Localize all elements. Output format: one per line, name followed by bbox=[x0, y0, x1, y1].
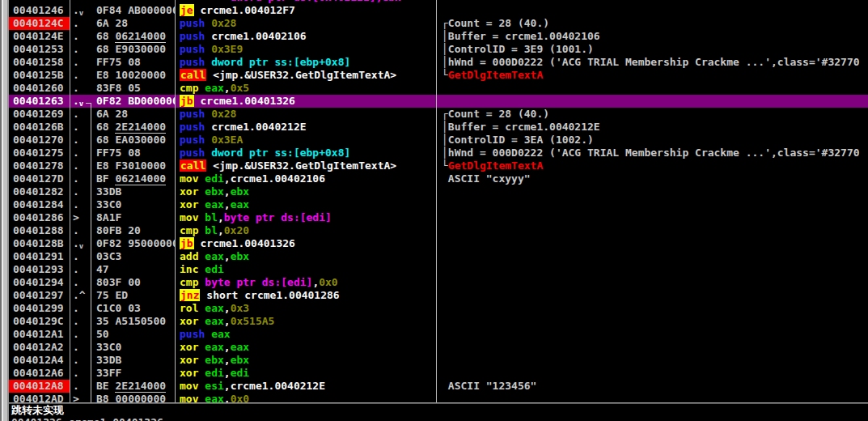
disasm-row-004012A8[interactable]: 004012A8.BE 2E214000mov esi,crcme1.00402… bbox=[9, 380, 868, 393]
address-cell[interactable]: 00401293 bbox=[9, 263, 70, 276]
disasm-row-0040124C[interactable]: 0040124C.6A 28push 0x28┌Count = 28 (40.) bbox=[9, 17, 868, 30]
address-cell[interactable]: 0040127D bbox=[9, 172, 70, 185]
disasm-row-004012A2[interactable]: 004012A2.33C0xor eax,eax bbox=[9, 341, 868, 354]
address-cell[interactable]: 004012A2 bbox=[9, 341, 70, 354]
token: edi bbox=[205, 263, 223, 275]
disasm-row-00401258[interactable]: 00401258.FF75 08push dword ptr ss:[ebp+0… bbox=[9, 56, 868, 69]
address-cell[interactable]: 00401270 bbox=[9, 134, 70, 147]
disassembly-pane[interactable]: dword ptr ds:[0x40212E],ebx00401246.v0F8… bbox=[9, 0, 868, 402]
address-cell[interactable]: 004012A4 bbox=[9, 354, 70, 367]
disasm-row-00401288[interactable]: 00401288.80FB 20cmp bl,0x20 bbox=[9, 224, 868, 237]
address-cell[interactable]: 004012A6 bbox=[9, 367, 70, 380]
address-cell[interactable]: 00401282 bbox=[9, 185, 70, 198]
disasm-row-00401294[interactable]: 00401294.803F 00cmp byte ptr ds:[edi],0x… bbox=[9, 276, 868, 289]
token: crcme1.00401326 bbox=[200, 237, 294, 249]
token: 00000000 bbox=[115, 393, 166, 402]
disasm-row-0040127D[interactable]: 0040127D.BF 06214000mov edi,crcme1.00402… bbox=[9, 172, 868, 185]
hexdump-cell: FF75 08 bbox=[95, 56, 175, 69]
token bbox=[180, 0, 231, 3]
token: , bbox=[224, 354, 231, 366]
token: C1C0 03 bbox=[96, 302, 141, 314]
address-cell[interactable]: 00401269 bbox=[9, 108, 70, 121]
disasm-row-0040125B[interactable]: 0040125B.E8 10020000call <jmp.&USER32.Ge… bbox=[9, 69, 868, 82]
token: Count = 28 (40.) bbox=[448, 17, 549, 29]
address-cell[interactable]: 00401284 bbox=[9, 198, 70, 211]
disasm-row-0040128B[interactable]: 0040128B.v0F82 95000000jb crcme1.0040132… bbox=[9, 237, 868, 250]
token: └ bbox=[442, 159, 448, 172]
comment-cell bbox=[436, 341, 868, 354]
address-cell[interactable]: 00401286 bbox=[9, 211, 70, 224]
address-cell[interactable]: 00401278 bbox=[9, 159, 70, 172]
disasm-row-00401282[interactable]: 00401282.33DBxor ebx,ebx bbox=[9, 185, 868, 198]
address-cell-breakpoint[interactable]: 0040124C bbox=[9, 17, 70, 30]
token: 803F 00 bbox=[96, 276, 141, 288]
token: mov bbox=[180, 172, 198, 185]
disasm-row-00401284[interactable]: 00401284.33C0xor eax,eax bbox=[9, 198, 868, 211]
address-cell[interactable]: 00401288 bbox=[9, 224, 70, 237]
address-cell[interactable]: 00401294 bbox=[9, 276, 70, 289]
token: 47 bbox=[96, 263, 109, 275]
address-cell[interactable]: 0040125B bbox=[9, 69, 70, 82]
address-cell[interactable]: 0040128B bbox=[9, 237, 70, 250]
vertical-scrollbar[interactable] bbox=[0, 0, 9, 421]
disasm-row-004012AD[interactable]: 004012AD>B8 00000000mov eax,0x0 bbox=[9, 393, 868, 402]
disasm-row-00401253[interactable]: 00401253.68 E9030000push 0x3E9│ControlID… bbox=[9, 43, 868, 56]
disasm-row-00401263[interactable]: 00401263.v0F82 BD000000jb crcme1.0040132… bbox=[9, 95, 868, 108]
token: hWnd = 000D0222 ('ACG TRIAL Membership C… bbox=[448, 147, 860, 159]
token: 33FF bbox=[96, 367, 121, 379]
disasm-row-00401286[interactable]: 00401286>8A1Fmov bl,byte ptr ds:[edi] bbox=[9, 211, 868, 224]
token: │ bbox=[442, 30, 448, 42]
disassembly-cell: jnz short crcme1.00401286 bbox=[175, 289, 436, 302]
address-cell[interactable]: 00401260 bbox=[9, 82, 70, 95]
disasm-row-004012A1[interactable]: 004012A1.50push eax bbox=[9, 328, 868, 341]
comment-cell bbox=[436, 198, 868, 211]
disasm-row-004012A4[interactable]: 004012A4.33DBxor ebx,ebx bbox=[9, 354, 868, 367]
address-cell[interactable]: 00401258 bbox=[9, 56, 70, 69]
disassembly-cell: mov esi,crcme1.0040212E bbox=[175, 380, 436, 393]
address-cell[interactable]: 00401291 bbox=[9, 250, 70, 263]
disasm-row-00401293[interactable]: 00401293.47inc edi bbox=[9, 263, 868, 276]
disasm-row-00401299[interactable]: 00401299.C1C0 03rol eax,0x3 bbox=[9, 302, 868, 315]
token: , bbox=[224, 172, 231, 185]
disasm-row-00401297[interactable]: 00401297.^75 EDjnz short crcme1.00401286 bbox=[9, 289, 868, 302]
disasm-row-004012A6[interactable]: 004012A6.33FFxor edi,edi bbox=[9, 367, 868, 380]
address-cell[interactable]: 0040129C bbox=[9, 315, 70, 328]
token: ebx bbox=[231, 185, 249, 198]
disasm-row-00401269[interactable]: 00401269.6A 28push 0x28┌Count = 28 (40.) bbox=[9, 108, 868, 121]
token: je bbox=[180, 4, 194, 16]
address-cell[interactable]: 0040126B bbox=[9, 121, 70, 134]
disasm-row-0040129C[interactable]: 0040129C.35 A5150500xor eax,0x515A5 bbox=[9, 315, 868, 328]
disasm-row-00401291[interactable]: 00401291.03C3add eax,ebx bbox=[9, 250, 868, 263]
address-cell[interactable]: 00401275 bbox=[9, 147, 70, 159]
hexdump-cell: 75 ED bbox=[95, 289, 175, 302]
token: │ bbox=[442, 56, 448, 68]
token: E8 F3010000 bbox=[96, 159, 166, 172]
address-cell[interactable]: 00401299 bbox=[9, 302, 70, 315]
token: xor bbox=[180, 341, 198, 353]
address-cell[interactable]: 004012AD bbox=[9, 393, 70, 402]
disasm-row-00401270[interactable]: 00401270.68 EA030000push 0x3EA│ControlID… bbox=[9, 134, 868, 147]
address-cell[interactable]: 0040124E bbox=[9, 30, 70, 43]
disasm-row-00401275[interactable]: 00401275.FF75 08push dword ptr ss:[ebp+0… bbox=[9, 147, 868, 159]
disasm-row-00401278[interactable]: 00401278.E8 F3010000call <jmp.&USER32.Ge… bbox=[9, 159, 868, 172]
token: BF bbox=[96, 172, 115, 185]
address-cell[interactable]: 00401263 bbox=[9, 95, 70, 108]
disasm-row-0040124E[interactable]: 0040124E.68 06214000push crcme1.00402106… bbox=[9, 30, 868, 43]
disasm-row-0040126B[interactable]: 0040126B.68 2E214000push crcme1.0040212E… bbox=[9, 121, 868, 134]
token: push bbox=[180, 56, 205, 68]
address-cell[interactable]: 004012A1 bbox=[9, 328, 70, 341]
token: 06214000 bbox=[115, 172, 166, 185]
token: 33C0 bbox=[96, 341, 121, 353]
disasm-row-00401260[interactable]: 00401260.83F8 05cmp eax,0x5 bbox=[9, 82, 868, 95]
token bbox=[205, 147, 211, 159]
disassembly-cell: xor eax,eax bbox=[175, 198, 436, 211]
token: eax bbox=[205, 250, 223, 262]
address-cell-breakpoint[interactable]: 004012A8 bbox=[9, 380, 70, 393]
token bbox=[206, 69, 213, 81]
comment-cell: ASCII "cxyyy" bbox=[436, 172, 868, 185]
address-cell[interactable]: 00401297 bbox=[9, 289, 70, 302]
address-cell[interactable]: 00401246 bbox=[9, 4, 70, 17]
address-cell[interactable]: 00401253 bbox=[9, 43, 70, 56]
flow-flag: . bbox=[70, 17, 95, 30]
disasm-row-00401246[interactable]: 00401246.v0F84 AB000000je crcme1.004012F… bbox=[9, 4, 868, 17]
